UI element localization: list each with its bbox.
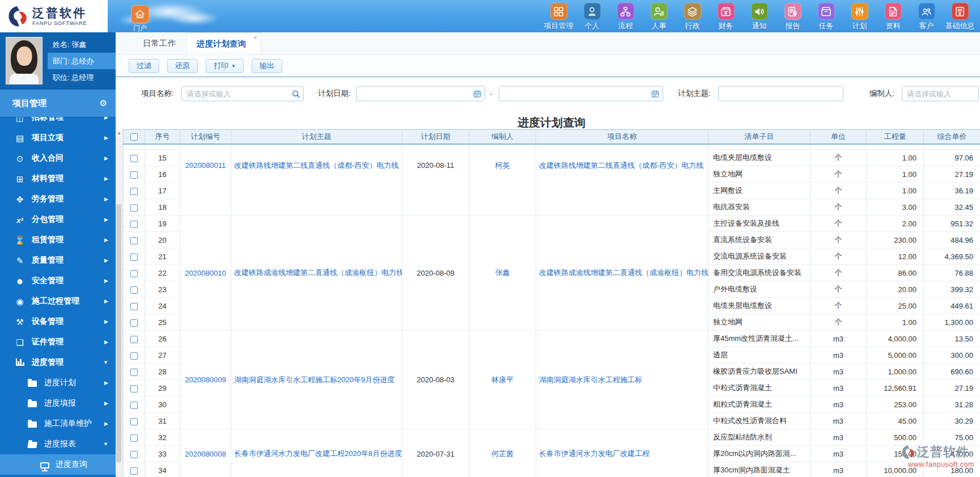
sidebar-item[interactable]: ⊙收入合同▶ (0, 148, 116, 168)
sidebar-item[interactable]: ▤项目立项▶ (0, 128, 116, 148)
gear-icon[interactable]: ⚙ (100, 98, 107, 108)
plan-no-link[interactable]: 2020080009 (185, 375, 226, 384)
plan-no-link[interactable]: 2020080008 (185, 450, 226, 458)
row-checkbox[interactable] (130, 385, 138, 392)
row-checkbox[interactable] (130, 352, 138, 360)
toolbar-button[interactable]: 打印▼ (206, 59, 244, 73)
plan-subject-link[interactable]: 改建铁路成渝线增建第二直通线（成渝枢纽）电力线 (231, 268, 402, 278)
tab-progress-plan-query[interactable]: 进度计划查询 × (186, 32, 261, 54)
helmet-icon: ☻ (14, 277, 26, 285)
module-item[interactable]: 计划 (843, 3, 876, 31)
qty-cell: 3.00 (867, 199, 924, 216)
module-item[interactable]: 基础信息 (943, 3, 977, 31)
plan-subject-link[interactable]: 改建铁路线增建第二线直通线（成都-西安）电力线 (231, 161, 402, 171)
stack-icon: ▤ (14, 134, 26, 142)
plan-subject-field (718, 86, 843, 102)
sidebar-item[interactable]: 进度填报▶ (0, 393, 116, 413)
plan-subject-input[interactable] (718, 86, 843, 102)
module-item[interactable]: 项目管理 (542, 3, 575, 31)
row-checkbox[interactable] (130, 451, 138, 458)
module-item[interactable]: 任务 (809, 3, 843, 31)
sidebar-item[interactable]: ❏证件管理▶ (0, 332, 116, 352)
row-checkbox[interactable] (130, 369, 138, 376)
scrollbar-thumb[interactable] (116, 204, 121, 462)
row-checkbox[interactable] (130, 303, 138, 310)
sidebar-item[interactable]: ⚒设备管理▶ (0, 311, 116, 332)
row-checkbox[interactable] (130, 418, 138, 425)
plan-no-link[interactable]: 2020080011 (185, 161, 226, 170)
row-checkbox[interactable] (130, 171, 138, 179)
scroll-up-icon[interactable]: ▲ (116, 129, 122, 137)
row-checkbox[interactable] (130, 402, 138, 409)
module-item[interactable]: 资料 (876, 3, 910, 31)
sidebar-item[interactable]: ✥劳务管理▶ (0, 189, 116, 209)
creator-input[interactable] (902, 86, 979, 102)
row-checkbox[interactable] (130, 319, 138, 327)
checkbox-cell (124, 364, 145, 380)
sidebar-header-project-management[interactable]: 项目管理 ⚙ (0, 90, 116, 117)
unit-cell: m3 (811, 380, 867, 396)
plan-subject-link[interactable]: 湖南洞庭湖水库引水工程施工标2020年9月份进度 (231, 375, 402, 385)
select-all-checkbox[interactable] (130, 133, 138, 141)
price-cell: 690.60 (924, 364, 980, 380)
calendar-icon[interactable] (473, 89, 482, 98)
checkbox-cell (124, 347, 145, 364)
row-checkbox[interactable] (130, 221, 138, 228)
unit-cell: 个 (811, 265, 867, 281)
sidebar-item[interactable]: ⌛租赁管理▶ (0, 230, 116, 250)
row-checkbox[interactable] (130, 155, 138, 162)
plan-subject-link[interactable]: 长春市伊通河水力发电厂改建工程2020年8月份进度 (231, 449, 402, 459)
sidebar-item-label: 证件管理 (32, 337, 63, 347)
row-checkbox[interactable] (130, 286, 138, 294)
row-checkbox[interactable] (130, 204, 138, 212)
row-checkbox[interactable] (130, 254, 138, 261)
sidebar-item[interactable]: x²分包管理▶ (0, 209, 116, 230)
price-cell (924, 144, 980, 150)
sidebar-item[interactable]: ⊞材料管理▶ (0, 168, 116, 189)
sidebar-item[interactable]: 施工清单维护▶ (0, 413, 116, 434)
module-item[interactable]: 人事 (642, 3, 676, 31)
module-item[interactable]: 客户 (910, 3, 943, 31)
sidebar-item[interactable]: 进度管理▼ (0, 352, 116, 373)
close-icon[interactable]: × (253, 34, 257, 42)
sidebar-item[interactable]: ◉施工过程管理▶ (0, 291, 116, 311)
module-item[interactable]: 财务 (709, 3, 743, 31)
module-item[interactable]: 流程 (609, 3, 642, 31)
project-name-input[interactable] (181, 86, 304, 102)
module-item[interactable]: 报告 (776, 3, 809, 31)
module-item[interactable]: 通知 (743, 3, 776, 31)
sidebar-item[interactable]: 进度查询 (0, 454, 116, 475)
project-name-link[interactable]: 长春市伊通河水力发电厂改建工程 (536, 449, 708, 459)
price-cell: 76.88 (924, 265, 980, 281)
toolbar-button[interactable]: 还原 (167, 59, 198, 73)
plan-date-from-input[interactable] (356, 86, 485, 102)
user-department[interactable]: 部门: 总经办 (48, 53, 116, 69)
vertical-scrollbar[interactable]: ▲ (116, 129, 123, 477)
search-icon[interactable] (291, 89, 300, 98)
project-name-link[interactable]: 改建铁路线增建第二线直通线（成都-西安）电力线 (536, 161, 708, 171)
unit-cell: m3 (811, 364, 867, 380)
row-checkbox[interactable] (130, 434, 138, 442)
tab-daily-work[interactable]: 日常工作 (133, 32, 186, 54)
sidebar-item[interactable]: 进度报表▼ (0, 434, 116, 454)
row-checkbox[interactable] (130, 270, 138, 277)
plan-no-link[interactable]: 2020080010 (185, 269, 226, 277)
module-item[interactable]: 个人 (575, 3, 609, 31)
project-name-link[interactable]: 改建铁路成渝线增建第二直通线（成渝枢纽）电力线 (536, 268, 708, 278)
row-checkbox[interactable] (130, 188, 138, 195)
plan-date-to-input[interactable] (499, 86, 663, 102)
toolbar-button[interactable]: 输出 (252, 59, 282, 73)
calendar-icon[interactable] (651, 89, 660, 98)
price-cell: 399.32 (924, 281, 980, 298)
sidebar-item[interactable]: ✎质量管理▶ (0, 250, 116, 271)
sidebar-item[interactable]: ☻安全管理▶ (0, 271, 116, 291)
toolbar-button[interactable]: 过滤 (129, 59, 159, 73)
sidebar-item[interactable]: 进度计划▶ (0, 373, 116, 393)
row-checkbox[interactable] (130, 237, 138, 244)
row-checkbox[interactable] (130, 467, 138, 475)
row-checkbox[interactable] (130, 336, 138, 343)
portal-button[interactable]: 门户 (128, 5, 152, 33)
module-item[interactable]: 行政 (676, 3, 709, 31)
brand-name: 泛普软件 (32, 6, 87, 20)
project-name-link[interactable]: 湖南洞庭湖水库引水工程施工标 (536, 375, 708, 385)
